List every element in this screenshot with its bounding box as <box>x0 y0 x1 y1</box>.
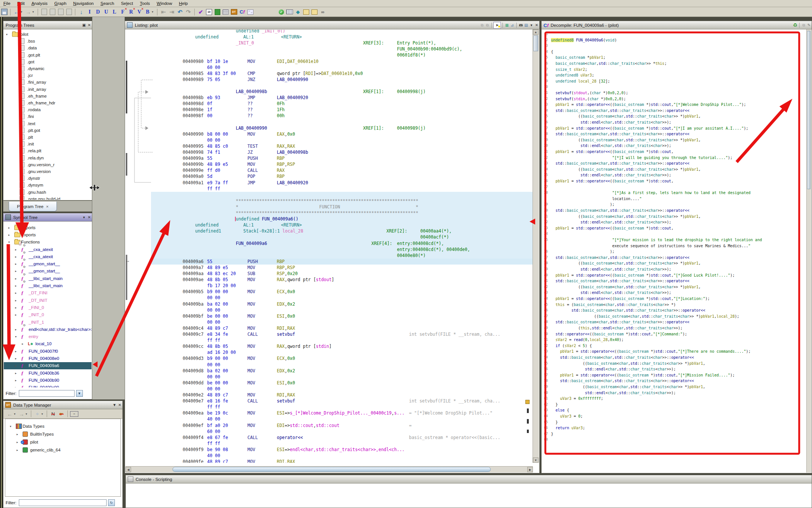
menu-analysis[interactable]: Analysis <box>28 1 51 6</box>
listing-row[interactable]: 004009ddbe 00 00MOVESI,0x0 <box>125 380 533 386</box>
listing-row[interactable]: * FUNCTION * <box>125 204 533 210</box>
code-line[interactable]: 14 std::basic_ostream<char,std::char_tra… <box>542 108 807 114</box>
code-line[interactable]: 45 this = (basic_ostream<char,std::char_… <box>542 302 807 308</box>
expander-icon[interactable]: ▸ <box>15 386 17 387</box>
tree-item--dynstr[interactable]: .dynstr <box>4 175 92 182</box>
listing-row[interactable]: 0040098beb 93JMPLAB_00400920 <box>125 95 533 101</box>
code-line[interactable]: 22 "[*]I will be guiding you through the… <box>542 155 807 161</box>
tree-item--plt-got[interactable]: .plt.got <box>4 127 92 134</box>
expander-icon[interactable]: ▸ <box>15 364 17 367</box>
tree-item--note-gnu-build-id[interactable]: .note.gnu.build-id <box>4 196 92 200</box>
tree-item--plt[interactable]: .plt <box>4 134 92 141</box>
code-line[interactable]: 7 ssize_t sVar2; <box>542 67 807 73</box>
code-line[interactable]: 47 ((basic_ostream<char,std::char_traits… <box>542 314 807 320</box>
tree-item--rela-plt[interactable]: .rela.plt <box>4 147 92 154</box>
code-line[interactable]: 19 ((basic_ostream<char,std::char_traits… <box>542 137 807 143</box>
expander-icon[interactable]: ▸ <box>15 269 17 273</box>
tree-item--fini-0[interactable]: ▸ƒ_FINI_0 <box>4 304 92 311</box>
dtm-hierarchy-icon[interactable]: ⁘ <box>34 410 41 418</box>
listing-row[interactable]: 00601df8(*) <box>125 52 533 58</box>
nav-back-icon[interactable]: ← <box>13 8 20 16</box>
code-line[interactable]: 39 std::endl<char,std::char_traits<char>… <box>542 266 807 272</box>
link-icon[interactable]: ∞ <box>319 8 327 16</box>
code-line[interactable]: 2undefined8 FUN_004009a6(void) <box>542 37 807 43</box>
listing-row[interactable]: ff ff <box>125 337 533 343</box>
listing-row[interactable]: 0040099a55PUSHRBP <box>125 155 533 161</box>
code-line[interactable]: 25 std::endl<char,std::char_traits<char>… <box>542 172 807 178</box>
code-line[interactable]: 1 <box>542 31 807 37</box>
menu-graph[interactable]: Graph <box>51 1 70 6</box>
code-line[interactable]: 59 ((basic_ostream<char,std::char_traits… <box>542 384 807 390</box>
tree-item-pilot[interactable]: ▾pilot <box>4 31 92 38</box>
listing-vscrollbar[interactable]: ▲ ▼ <box>533 29 539 463</box>
listing-row[interactable]: 004009cc48 8b 05MOVRAX,qword ptr [stdin] <box>125 343 533 349</box>
symbol-tree-filter-input[interactable] <box>19 390 75 397</box>
code-line[interactable]: 20 std::endl<char,std::char_traits<char>… <box>542 143 807 149</box>
arrow-down-icon[interactable]: ↓ <box>78 8 85 16</box>
tree-item--dynsym[interactable]: .dynsym <box>4 182 92 188</box>
tree-item--dt-init[interactable]: ▸ƒ_DT_INIT <box>4 297 92 304</box>
symbol-tree-close-icon[interactable]: ✕ <box>87 215 92 220</box>
tree-item-fun-004007f0[interactable]: ▸ƒFUN_004007f0 <box>4 347 92 355</box>
expander-icon[interactable]: ▸ <box>15 291 17 295</box>
listing-row[interactable]: 00 00 <box>125 137 533 143</box>
expander-icon[interactable]: ▸ <box>15 277 17 280</box>
code-line[interactable]: 21 pbVar1 = std::operator<<((basic_ostre… <box>542 149 807 155</box>
tree-item-fun-004008e0[interactable]: ▸ƒFUN_004008e0 <box>4 355 92 362</box>
dropdown-icon[interactable]: ▾ <box>529 23 534 28</box>
code-line[interactable]: 18 std::basic_ostream<char,std::char_tra… <box>542 131 807 137</box>
check-icon[interactable]: ✔ <box>197 8 205 16</box>
tree-item--gmon-start-[interactable]: ▸ƒ__gmon_start__ <box>4 268 92 275</box>
menu-window[interactable]: Window <box>153 1 176 6</box>
expander-icon[interactable]: ▸ <box>17 448 18 451</box>
expander-icon[interactable]: ▸ <box>15 371 17 375</box>
code-line[interactable]: 34 <box>542 231 807 237</box>
code-line[interactable]: 27 <box>542 184 807 190</box>
tree-item-local-10[interactable]: ▸L◆local_10 <box>4 340 92 347</box>
tree-item--dt-fini[interactable]: ▸ƒ_DT_FINI <box>4 289 92 297</box>
listing-row[interactable]: undefined1Stack[-0x28]:1local_28XREF[2]:… <box>125 228 533 234</box>
code-line[interactable]: 43 std::endl<char,std::char_traits<char>… <box>542 290 807 296</box>
listing-row[interactable]: _INIT_0XREF[3]:Entry Point(*), <box>125 40 533 46</box>
listing-row[interactable]: 0040099eff d0CALLRAX <box>125 167 533 173</box>
dtm-header[interactable]: DT Data Type Manager ▼ ✕ <box>3 401 122 409</box>
tree-item--dynamic[interactable]: .dynamic <box>4 65 92 72</box>
tree-item-endl-char-std-char-traits-char-[interactable]: ▸ƒendl<char,std::char_traits<char>> <box>4 326 92 333</box>
listing-row[interactable]: ****************************************… <box>125 198 533 204</box>
expander-icon[interactable]: ▾ <box>15 335 17 338</box>
listing-row[interactable]: 40 00 <box>125 416 533 422</box>
code-line[interactable]: 48 std::basic_ostream<char,std::char_tra… <box>542 319 807 325</box>
code-line[interactable]: 5 basic_ostream *pbVar1; <box>542 55 807 61</box>
tree-item-pilot[interactable]: ▸pilot <box>5 438 121 446</box>
tree-item--got[interactable]: .got <box>4 58 92 65</box>
expander-icon[interactable]: ▾ <box>6 33 8 36</box>
tree-item-fun-00400b36[interactable]: ▸ƒFUN_00400b36 <box>4 369 92 376</box>
tree-item-generic-clib-64[interactable]: ▸generic_clib_64 <box>5 446 121 454</box>
tree-item--init[interactable]: .init <box>4 141 92 147</box>
dtm-filter-pointers-icon[interactable]: ☛ <box>58 410 65 418</box>
listing-close-icon[interactable]: ✕ <box>534 23 539 28</box>
tree-item--libc-start-main[interactable]: ▸ƒ__libc_start_main <box>4 275 92 282</box>
L-F-x-icon[interactable]: F <box>119 8 127 16</box>
binary-icon[interactable]: 10 <box>205 8 213 16</box>
L-D-icon[interactable]: D <box>94 8 102 16</box>
dtm-filter-refresh-icon[interactable]: ↻ <box>108 499 115 506</box>
listing-row[interactable]: ff ff <box>125 441 533 447</box>
listing-hscrollbar[interactable]: ◀ ▶ <box>125 466 533 473</box>
listing-row[interactable]: 00 00 <box>125 307 533 313</box>
tree-item--data[interactable]: .data <box>4 44 92 51</box>
paste-icon[interactable]: ⧉ <box>485 23 490 28</box>
code-line[interactable]: 50 std::operator<<((basic_ostream *)std:… <box>542 331 807 337</box>
tree-item--init-1[interactable]: ƒ_INIT_1 <box>4 318 92 326</box>
code-line[interactable]: 24 ((basic_ostream<char,std::char_traits… <box>542 167 807 173</box>
code-line[interactable]: 3 <box>542 43 807 49</box>
code-line[interactable]: 44 pbVar1 = std::operator<<((basic_ostre… <box>542 296 807 302</box>
listing-row[interactable]: ad 16 20 00 <box>125 349 533 355</box>
listing-row[interactable]: 004009a655PUSHRBP <box>125 259 533 265</box>
expander-icon[interactable]: ▸ <box>15 306 17 309</box>
code-line[interactable]: 49 (this,std::endl<char,std::char_traits… <box>542 325 807 331</box>
tree-item--gnu-hash[interactable]: .gnu.hash <box>4 189 92 196</box>
tree-item--cxa-atexit[interactable]: ▸ƒ__cxa_atexit <box>4 253 92 260</box>
code-line[interactable]: 66 return uVar3; <box>542 425 807 431</box>
code-line[interactable]: 63 else { <box>542 407 807 413</box>
